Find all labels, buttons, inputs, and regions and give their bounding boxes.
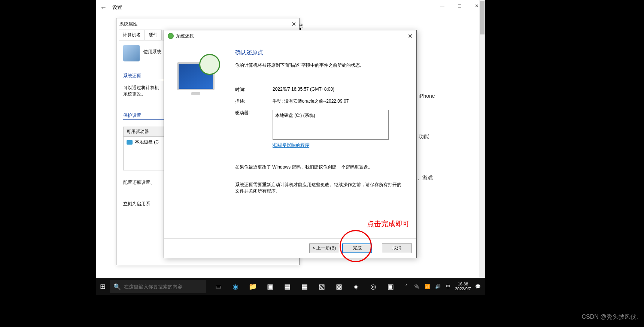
ghost-game: 、游戏 — [417, 175, 433, 181]
back-button[interactable]: < 上一步(B) — [309, 243, 339, 253]
drives-list: 本地磁盘 (C:) (系统) — [273, 110, 389, 140]
close-icon[interactable]: ✕ — [291, 21, 296, 28]
restore-intro: 你的计算机将被还原到下面"描述"字段中的事件之前所处的状态。 — [235, 62, 405, 69]
maximize-button[interactable]: ☐ — [451, 0, 468, 12]
close-icon[interactable]: ✕ — [408, 33, 413, 40]
app-icon-3[interactable]: ▦ — [296, 278, 313, 295]
restore-app-icon — [168, 33, 174, 39]
search-icon: 🔍 — [113, 283, 121, 290]
app-icon-4[interactable]: ▧ — [313, 278, 330, 295]
desc-value: 手动: 没有安装oracle之前--2022.09.07 — [273, 98, 349, 105]
taskbar-search[interactable]: 🔍 — [110, 280, 206, 293]
minimize-button[interactable]: — — [434, 0, 451, 12]
drives-label: 驱动器: — [235, 110, 273, 116]
wifi-icon[interactable]: 📶 — [423, 283, 431, 290]
sysprop-title: 系统属性 — [119, 21, 137, 27]
tab-hardware[interactable]: 硬件 — [145, 30, 162, 40]
drives-value: 本地磁盘 (C:) (系统) — [275, 113, 315, 118]
notifications-icon[interactable]: 💬 — [474, 283, 482, 290]
scrollbar[interactable] — [479, 0, 485, 278]
restore-title: 系统还原 — [176, 33, 194, 39]
edge-icon[interactable]: ◉ — [227, 278, 244, 295]
app-icon-8[interactable]: ▣ — [382, 278, 399, 295]
settings-header: ← 设置 — ☐ ✕ — [96, 0, 485, 15]
start-button[interactable]: ⊞ — [96, 278, 110, 295]
taskbar-time: 16:38 — [455, 282, 471, 287]
app-icon-5[interactable]: ▩ — [331, 278, 347, 295]
search-input[interactable] — [124, 284, 203, 290]
ghost-func: 功能 — [419, 133, 429, 140]
annotation-text: 点击完成即可 — [367, 219, 410, 229]
ime-indicator[interactable]: 中 — [444, 283, 452, 290]
restore-heading: 确认还原点 — [235, 49, 405, 56]
tab-computer-name[interactable]: 计算机名 — [119, 30, 145, 40]
watermark: CSDN @秃头披风侠. — [582, 313, 638, 321]
taskbar-date: 2022/9/7 — [455, 287, 471, 291]
app-icon-7[interactable]: ◎ — [365, 278, 382, 295]
task-view-icon[interactable]: ▭ — [210, 278, 227, 295]
settings-title: 设置 — [112, 4, 122, 11]
close-button[interactable]: ✕ — [468, 0, 485, 12]
back-button[interactable]: ← — [96, 0, 111, 15]
disk-icon — [127, 140, 133, 145]
app-icon-6[interactable]: ◈ — [348, 278, 364, 295]
note-restart: 系统还原需要重新启动计算机才能应用这些更改。继续操作之前，请保存所有打开的文件并… — [235, 182, 405, 194]
sysprop-icon — [123, 45, 140, 61]
volume-icon[interactable]: 🔊 — [434, 283, 441, 290]
app-icon-1[interactable]: ▣ — [262, 278, 278, 295]
taskbar-clock[interactable]: 16:38 2022/9/7 — [455, 282, 471, 291]
finish-button[interactable]: 完成 — [342, 243, 372, 253]
drive-label: 本地磁盘 (C — [135, 139, 159, 145]
note-password: 如果你最近更改了 Windows 密码，我们建议你创建一个密码重置盘。 — [235, 164, 405, 170]
cancel-button[interactable]: 取消 — [382, 243, 412, 253]
chevron-up-icon[interactable]: ˄ — [402, 283, 410, 290]
time-value: 2022/9/7 16:35:57 (GMT+8:00) — [273, 87, 334, 93]
app-icon-2[interactable]: ▤ — [279, 278, 295, 295]
power-icon[interactable]: 🔌 — [413, 283, 420, 290]
time-label: 时间: — [235, 87, 273, 93]
scan-affected-link[interactable]: 扫描受影响的程序 — [273, 142, 310, 149]
restore-hero-icon — [173, 51, 222, 96]
ghost-iphone: iPhone — [419, 93, 435, 99]
taskbar: ⊞ 🔍 ▭ ◉ 📁 ▣ ▤ ▦ ▧ ▩ ◈ ◎ ▣ ˄ 🔌 📶 🔊 中 16:3… — [96, 278, 485, 295]
explorer-icon[interactable]: 📁 — [244, 278, 261, 295]
desc-label: 描述: — [235, 98, 273, 105]
